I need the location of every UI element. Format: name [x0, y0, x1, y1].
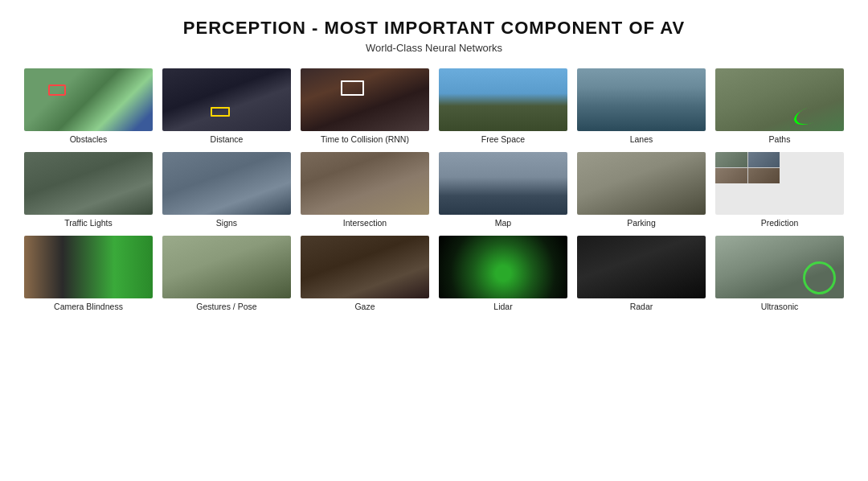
thumb-gaze [301, 236, 429, 298]
cell-gaze[interactable]: Gaze [301, 236, 429, 311]
caption-paths: Paths [769, 134, 791, 144]
caption-gestures: Gestures / Pose [196, 302, 256, 311]
cell-ttc[interactable]: Time to Collision (RNN) [301, 68, 429, 144]
cell-trafficlights[interactable]: Traffic Lights [24, 152, 153, 228]
caption-map: Map [495, 218, 511, 228]
cell-paths[interactable]: Paths [715, 68, 844, 144]
cell-ultrasonic[interactable]: Ultrasonic [715, 236, 844, 311]
thumb-obstacles [24, 68, 153, 131]
thumb-camerablindness [24, 236, 153, 298]
thumb-ttc [301, 68, 429, 131]
caption-distance: Distance [211, 134, 244, 144]
thumb-freespace [439, 68, 567, 131]
cell-radar[interactable]: Radar [577, 236, 706, 311]
caption-obstacles: Obstacles [70, 134, 108, 144]
thumb-paths [715, 68, 844, 131]
perception-grid: ObstaclesDistanceTime to Collision (RNN)… [24, 68, 844, 311]
caption-lidar: Lidar [493, 302, 512, 311]
cell-camerablindness[interactable]: Camera Blindness [24, 236, 153, 311]
thumb-trafficlights [24, 152, 153, 215]
cell-gestures[interactable]: Gestures / Pose [162, 236, 291, 311]
cell-obstacles[interactable]: Obstacles [24, 68, 153, 144]
thumb-distance [162, 68, 291, 131]
thumb-intersection [301, 152, 429, 215]
thumb-signs [162, 152, 291, 215]
caption-lanes: Lanes [630, 134, 653, 144]
cell-lanes[interactable]: Lanes [577, 68, 706, 144]
cell-distance[interactable]: Distance [162, 68, 291, 144]
caption-prediction: Prediction [761, 218, 799, 228]
caption-ultrasonic: Ultrasonic [761, 302, 799, 311]
thumb-lidar [439, 236, 567, 298]
caption-signs: Signs [216, 218, 237, 228]
thumb-radar [577, 236, 706, 298]
thumb-ultrasonic [715, 236, 844, 298]
caption-freespace: Free Space [481, 134, 525, 144]
caption-ttc: Time to Collision (RNN) [321, 134, 409, 144]
cell-prediction[interactable]: Prediction [715, 152, 844, 228]
cell-parking[interactable]: Parking [577, 152, 706, 228]
cell-freespace[interactable]: Free Space [439, 68, 567, 144]
cell-map[interactable]: Map [439, 152, 567, 228]
caption-radar: Radar [630, 302, 653, 311]
caption-gaze: Gaze [354, 302, 375, 311]
thumb-parking [577, 152, 706, 215]
thumb-lanes [577, 68, 706, 131]
caption-trafficlights: Traffic Lights [64, 218, 113, 228]
cell-lidar[interactable]: Lidar [439, 236, 567, 311]
caption-intersection: Intersection [343, 218, 387, 228]
cell-intersection[interactable]: Intersection [301, 152, 429, 228]
thumb-gestures [162, 236, 291, 298]
page-subtitle: World-Class Neural Networks [366, 42, 502, 54]
cell-signs[interactable]: Signs [162, 152, 291, 228]
caption-camerablindness: Camera Blindness [54, 302, 123, 311]
thumb-map [439, 152, 567, 215]
thumb-prediction [715, 152, 844, 215]
page: PERCEPTION - MOST IMPORTANT COMPONENT OF… [0, 0, 868, 481]
page-title: PERCEPTION - MOST IMPORTANT COMPONENT OF… [183, 18, 685, 39]
caption-parking: Parking [627, 218, 656, 228]
